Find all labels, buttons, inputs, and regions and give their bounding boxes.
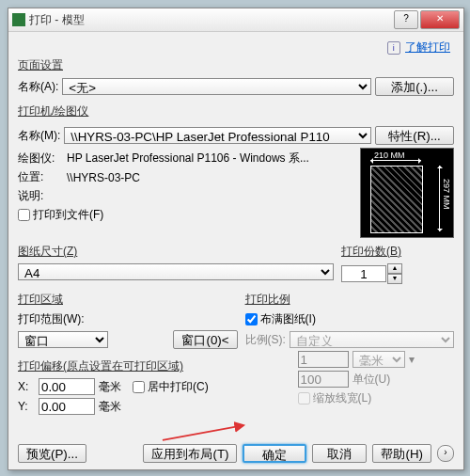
titlebar[interactable]: 打印 - 模型 ? ✕ — [8, 8, 463, 32]
page-name-label: 名称(A): — [18, 79, 58, 95]
annotation-arrow — [159, 421, 251, 444]
print-area-title: 打印区域 — [18, 292, 238, 308]
spin-down-icon[interactable]: ▼ — [387, 274, 402, 284]
copies-spinner[interactable]: ▲▼ — [341, 263, 402, 284]
cancel-button[interactable]: 取消 — [312, 444, 367, 463]
offset-x-unit: 毫米 — [99, 379, 121, 395]
print-range-select[interactable]: 窗口 — [18, 331, 108, 348]
paper-size-select[interactable]: A4 — [18, 263, 334, 280]
print-to-file-checkbox[interactable]: 打印到文件(F) — [18, 207, 103, 223]
ok-button[interactable]: 确定 — [243, 444, 306, 463]
apply-layout-button[interactable]: 应用到布局(T) — [143, 444, 237, 463]
plotter-value: HP LaserJet Professional P1106 - Windows… — [67, 151, 309, 167]
print-range-label: 打印范围(W): — [18, 311, 238, 327]
help-button[interactable]: 帮助(H) — [372, 444, 431, 463]
svg-line-0 — [163, 425, 243, 440]
equals-icon: ▾ — [409, 353, 415, 366]
offset-y-input[interactable] — [39, 398, 95, 415]
paper-preview: 210 MM 297 MM — [360, 148, 454, 238]
page-name-select[interactable]: <无> — [62, 78, 371, 95]
location-label: 位置: — [18, 169, 63, 185]
offset-y-label: Y: — [18, 400, 35, 413]
printer-title: 打印机/绘图仪 — [18, 103, 454, 119]
info-icon: i — [387, 41, 400, 55]
ratio-select[interactable]: 自定义 — [290, 331, 454, 348]
printer-name-select[interactable]: \\HYRS-03-PC\HP LaserJet Professional P1… — [64, 127, 371, 144]
titlebar-close-button[interactable]: ✕ — [420, 10, 460, 29]
offset-x-input[interactable] — [39, 378, 95, 395]
desc-label: 说明: — [18, 188, 63, 204]
scale-den-input[interactable] — [298, 371, 349, 388]
add-button[interactable]: 添加(.)... — [375, 77, 454, 96]
ratio-label: 比例(S): — [245, 332, 286, 348]
learn-print-link[interactable]: 了解打印 — [405, 40, 450, 54]
window-button[interactable]: 窗口(0)< — [173, 330, 237, 349]
expand-button[interactable]: › — [437, 445, 454, 462]
print-dialog: 打印 - 模型 ? ✕ i 了解打印 页面设置 名称(A): <无> 添加(.)… — [8, 8, 464, 470]
offset-title: 打印偏移(原点设置在可打印区域) — [18, 358, 238, 374]
plotter-label: 绘图仪: — [18, 151, 63, 167]
app-icon — [12, 13, 25, 26]
copies-title: 打印份数(B) — [341, 244, 454, 260]
fit-to-paper-checkbox[interactable]: 布满图纸(I) — [245, 312, 316, 325]
copies-input[interactable] — [341, 265, 386, 282]
printer-name-label: 名称(M): — [18, 128, 60, 144]
scale-num-unit-select[interactable]: 毫米 — [352, 351, 405, 368]
paper-size-title: 图纸尺寸(Z) — [18, 244, 334, 260]
properties-button[interactable]: 特性(R)... — [375, 126, 454, 145]
page-setup-title: 页面设置 — [18, 57, 454, 73]
spin-up-icon[interactable]: ▲ — [387, 263, 402, 274]
scale-lineweight-checkbox[interactable]: 缩放线宽(L) — [298, 390, 372, 406]
window-title: 打印 - 模型 — [29, 12, 392, 28]
titlebar-help-button[interactable]: ? — [394, 10, 418, 29]
preview-width-label: 210 MM — [374, 151, 405, 160]
offset-y-unit: 毫米 — [99, 399, 121, 415]
center-checkbox[interactable]: 居中打印(C) — [133, 379, 209, 395]
scale-den-unit: 单位(U) — [352, 372, 391, 388]
offset-x-label: X: — [18, 380, 35, 393]
preview-height-label: 297 MM — [442, 179, 451, 210]
scale-num-input[interactable] — [298, 351, 349, 368]
location-value: \\HYRS-03-PC — [67, 171, 140, 184]
scale-title: 打印比例 — [245, 292, 454, 308]
preview-button[interactable]: 预览(P)... — [18, 444, 86, 463]
